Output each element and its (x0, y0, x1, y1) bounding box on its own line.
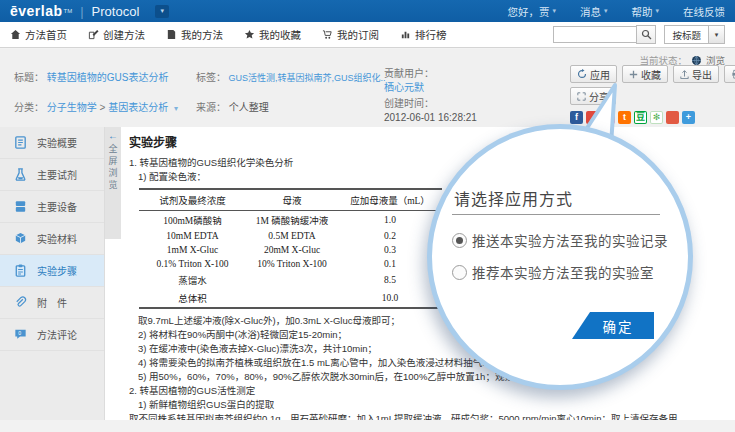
product-switcher-button[interactable]: ▾ (155, 5, 169, 18)
steps-icon (13, 263, 28, 278)
user-menu[interactable]: 您好，贾▾ (507, 4, 556, 19)
search-area: 按标题 ▾ (553, 25, 725, 44)
globe-icon (691, 55, 702, 66)
materials-icon (13, 231, 28, 246)
nav-item-create-method[interactable]: 创建方法 (88, 27, 145, 42)
print-button[interactable]: 打印 (724, 65, 735, 83)
search-input[interactable] (553, 26, 637, 43)
radio-button[interactable] (452, 233, 467, 248)
top-bar: ēverlab TM | Protocol ▾ 您好，贾▾ 消息▾ 帮助▾ 在线… (0, 0, 735, 22)
table-row: 总体积10.0 (139, 289, 442, 308)
option-recommend-to-lab[interactable]: 推荐本实验方法至我的实验室 (452, 262, 654, 282)
product-name: Protocol (92, 4, 140, 19)
share-icon-6[interactable]: ✻ (650, 111, 663, 124)
my-methods-icon (166, 29, 177, 40)
logo-tm: TM (64, 8, 73, 14)
comments-icon: 0 (13, 327, 28, 342)
title-label: 标题： (14, 72, 44, 83)
step-line: 5) 用50%，60%，70%，80%，90%乙醇依次脱水30min后，在100… (138, 370, 735, 384)
category-separator: > (100, 102, 106, 113)
protocol-tags-link[interactable]: GUS活性测,转基因拟南芥,GUS组织化.. (229, 73, 386, 83)
table-header: 母液 (246, 189, 338, 211)
sidebar-item-reagents[interactable]: 主要试剂 (0, 159, 104, 191)
protocol-title-link[interactable]: 转基因植物的GUS表达分析 (47, 72, 169, 83)
source-row: 来源： 个人整理 (196, 99, 269, 114)
chevron-down-icon[interactable]: ▾ (174, 104, 178, 113)
step-line: 1) 新鲜植物组织GUS蛋白的提取 (138, 398, 735, 412)
favorites-icon (244, 29, 255, 40)
fullscreen-label: 全屏浏览 (107, 144, 120, 192)
created-block: 创建时间： 2012-06-01 16:28:21 (384, 97, 477, 125)
equipment-icon (13, 199, 28, 214)
printer-icon (731, 69, 735, 79)
table-row: 100mM磷酸钠1M 磷酸钠缓冲液1.0 (139, 211, 442, 230)
contributor-label: 贡献用户： (384, 68, 434, 79)
app-window: ēverlab TM | Protocol ▾ 您好，贾▾ 消息▾ 帮助▾ 在线… (0, 0, 735, 432)
sidebar-item-summary[interactable]: 实验概要 (0, 127, 104, 159)
messages-menu[interactable]: 消息▾ (580, 4, 608, 19)
category-parent-link[interactable]: 分子生物学 (47, 102, 97, 113)
source-label: 来源： (196, 102, 226, 113)
table-header: 应加母液量（mL） (338, 189, 442, 211)
source-value: 个人整理 (229, 102, 269, 113)
sidebar-item-materials[interactable]: 实验材料 (0, 223, 104, 255)
help-menu[interactable]: 帮助▾ (631, 4, 659, 19)
radio-button[interactable] (452, 265, 467, 280)
everlab-logo: ēverlab (10, 3, 63, 19)
category-child-link[interactable]: 基因表达分析 (108, 102, 168, 113)
nav-item-ranking[interactable]: 排行榜 (400, 27, 447, 42)
sidebar-item-steps[interactable]: 实验步骤 (0, 255, 104, 287)
apply-mode-popup: 请选择应用方式 推送本实验方法至我的实验记录 推荐本实验方法至我的实验室 确定 (427, 124, 693, 390)
search-button[interactable] (636, 25, 656, 44)
chevron-down-icon: ▾ (715, 31, 719, 39)
tags-label: 标签： (196, 72, 226, 83)
popup-divider (452, 214, 660, 215)
feedback-link[interactable]: 在线反馈 (683, 4, 725, 19)
search-filter-caret[interactable]: ▾ (708, 26, 724, 43)
create-method-icon (88, 29, 99, 40)
export-button[interactable]: 导出 (673, 65, 719, 83)
main-nav: 方法首页 创建方法 我的方法 我的收藏 我的订阅 排行榜 按标题 ▾ (0, 22, 735, 48)
sidebar-item-attachment[interactable]: 附 件 (0, 287, 104, 319)
svg-text:0: 0 (18, 330, 21, 336)
nav-item-my-methods[interactable]: 我的方法 (166, 27, 223, 42)
nav-item-home[interactable]: 方法首页 (10, 27, 67, 42)
chevron-down-icon: ▾ (161, 7, 165, 15)
protocol-title-row: 标题： 转基因植物的GUS表达分析 (14, 69, 168, 84)
contributor-block: 贡献用户： 栖心元默 (384, 67, 434, 95)
option-label: 推荐本实验方法至我的实验室 (472, 262, 654, 282)
chevron-down-icon: ▾ (552, 7, 556, 15)
search-filter-select[interactable]: 按标题 ▾ (664, 25, 725, 44)
chevron-down-icon: ▾ (655, 7, 659, 15)
table-row: 10mM EDTA0.5M EDTA0.2 (139, 229, 442, 243)
table-row: 0.1% Triton X-10010% Triton X-1000.1 (139, 257, 442, 271)
fullscreen-toggle[interactable]: ← 全屏浏览 (105, 127, 121, 239)
sidebar-item-comments[interactable]: 0 方法评论 (0, 319, 104, 351)
contributor-link[interactable]: 栖心元默 (384, 82, 424, 93)
popup-title: 请选择应用方式 (454, 186, 573, 210)
nav-item-subscriptions[interactable]: 我的订阅 (322, 27, 379, 42)
top-right-menu: 您好，贾▾ 消息▾ 帮助▾ 在线反馈 (507, 4, 725, 19)
export-upload-icon (680, 70, 689, 79)
logo-divider: | (80, 4, 83, 19)
table-header: 试剂及最终浓度 (139, 189, 246, 211)
nav-item-favorites[interactable]: 我的收藏 (244, 27, 301, 42)
protocol-tags-row: 标签： GUS活性测,转基因拟南芥,GUS组织化.. (196, 69, 386, 84)
home-icon (10, 29, 21, 40)
sidebar-item-equipment[interactable]: 主要设备 (0, 191, 104, 223)
table-row: 蒸馏水8.5 (139, 271, 442, 289)
search-filter-value: 按标题 (665, 28, 708, 42)
share-icon-7[interactable] (666, 111, 679, 124)
share-icon-8[interactable]: + (682, 111, 695, 124)
category-row: 分类： 分子生物学 > 基因表达分析 ▾ (14, 99, 178, 114)
ranking-icon (400, 29, 411, 40)
subscriptions-icon (322, 29, 333, 40)
confirm-button[interactable]: 确定 (572, 312, 654, 339)
created-value: 2012-06-01 16:28:21 (384, 112, 477, 123)
staining-solution-table: 试剂及最终浓度 母液 应加母液量（mL） 100mM磷酸钠1M 磷酸钠缓冲液1.… (139, 188, 442, 309)
option-push-to-lab-records[interactable]: 推送本实验方法至我的实验记录 (452, 230, 668, 250)
step-line: 2. 转基因植物的GUS活性测定 (129, 384, 735, 398)
section-sidebar: 实验概要 主要试剂 主要设备 实验材料 实验步骤 附 件 0 方法评论 (0, 127, 105, 420)
attachment-icon (13, 295, 28, 310)
table-row: 1mM X-Gluc20mM X-Gluc0.3 (139, 243, 442, 257)
